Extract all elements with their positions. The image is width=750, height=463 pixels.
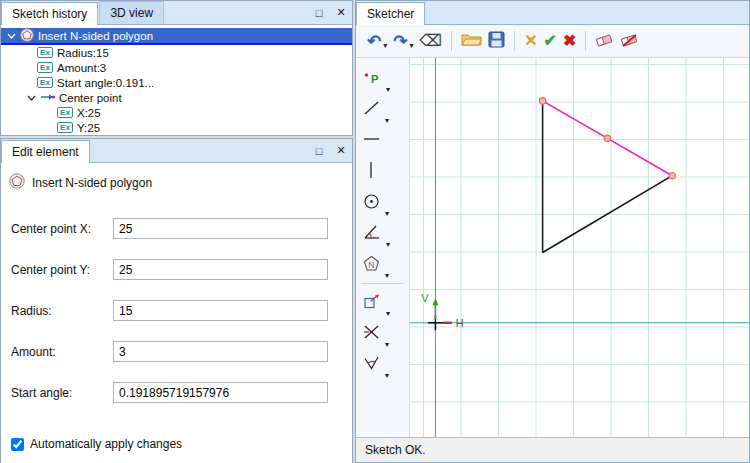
transform-tool-button[interactable]: ▾ [356, 287, 409, 318]
amount-input[interactable] [113, 341, 328, 362]
polygon-tool-button[interactable]: N ▾ [356, 249, 409, 280]
field-label: Center point Y: [11, 263, 113, 277]
cut-button[interactable]: ✕ [521, 31, 540, 51]
edit-title: Insert N-sided polygon [32, 176, 152, 190]
dropdown-icon[interactable]: ▾ [385, 209, 389, 218]
tree-item-label: Y:25 [77, 122, 100, 134]
midpoint-handle[interactable] [604, 135, 610, 141]
tree-item-x[interactable]: Ex X:25 [1, 105, 352, 120]
corner-tool-icon [363, 355, 380, 374]
status-text: Sketch OK. [365, 443, 426, 457]
trim-tool-button[interactable]: ▾ [356, 318, 409, 349]
edit-tabbar: Edit element □ ✕ [1, 139, 352, 163]
polygon-tool-icon: N [363, 255, 380, 275]
undo-icon: ↶ [367, 33, 381, 50]
tree-item-label: Start angle:0.191... [57, 77, 154, 89]
field-label: Radius: [11, 304, 113, 318]
dropdown-icon[interactable]: ▾ [386, 240, 390, 249]
sketcher-toolbar: ↶ ▾ ↷ ▾ ⌫ ✕ [356, 25, 749, 58]
history-tabbar: Sketch history 3D view □ ✕ [1, 1, 352, 25]
sketcher-panel: Sketcher ↶ ▾ ↷ ▾ ⌫ [355, 0, 750, 463]
toolbar-separator [451, 31, 452, 51]
tab-sketcher[interactable]: Sketcher [356, 2, 425, 25]
toolbar-separator [514, 31, 515, 51]
dropdown-icon[interactable]: ▾ [383, 41, 387, 50]
field-label: Amount: [11, 345, 113, 359]
horizontal-line-tool-button[interactable] [356, 125, 409, 156]
svg-text:P: P [371, 73, 378, 85]
field-row-center-x: Center point X: [11, 218, 342, 239]
erase-redline-button[interactable] [617, 30, 642, 52]
sketch-history-panel: Sketch history 3D view □ ✕ Insert N-side… [0, 0, 353, 136]
undo-button[interactable]: ↶ ▾ [364, 31, 390, 52]
point-arrow-icon [40, 92, 55, 104]
field-row-center-y: Center point Y: [11, 259, 342, 280]
sketch-canvas[interactable]: V H [410, 58, 749, 437]
tree-item-start-angle[interactable]: Ex Start angle:0.191... [1, 75, 352, 90]
tree-item-label: Amount:3 [57, 62, 106, 74]
backspace-icon: ⌫ [420, 33, 443, 49]
line-tool-button[interactable]: ▾ [356, 94, 409, 125]
corner-tool-button[interactable]: ▾ [356, 349, 409, 380]
vertical-line-tool-button[interactable] [356, 156, 409, 187]
close-button[interactable]: ✕ [330, 139, 352, 162]
edit-title-row: Insert N-sided polygon [9, 173, 344, 192]
redo-icon: ↷ [393, 33, 407, 50]
history-window-buttons: □ ✕ [308, 1, 352, 24]
auto-apply-checkbox[interactable] [11, 438, 24, 451]
maximize-button[interactable]: □ [308, 139, 330, 162]
apply-button[interactable]: ✔ [541, 31, 560, 51]
open-folder-icon [461, 32, 482, 50]
tree-item-y[interactable]: Ex Y:25 [1, 120, 352, 135]
redo-button[interactable]: ↷ ▾ [390, 31, 416, 52]
center-y-input[interactable] [113, 259, 328, 280]
start-angle-input[interactable] [113, 382, 328, 403]
sketch-history-tree: Insert N-sided polygon Ex Radius:15 Ex A… [1, 25, 352, 135]
tree-item-radius[interactable]: Ex Radius:15 [1, 45, 352, 60]
chevron-down-icon[interactable] [7, 33, 16, 39]
dropdown-icon[interactable]: ▾ [385, 116, 389, 125]
tree-item-amount[interactable]: Ex Amount:3 [1, 60, 352, 75]
radius-input[interactable] [113, 300, 328, 321]
field-row-amount: Amount: [11, 341, 342, 362]
dropdown-icon[interactable]: ▾ [385, 340, 389, 349]
tree-item-polygon[interactable]: Insert N-sided polygon [1, 28, 352, 45]
field-label: Start angle: [11, 386, 113, 400]
polygon-edge[interactable] [543, 176, 673, 253]
polygon-icon [9, 173, 25, 192]
sketch-geometry: V H [410, 58, 749, 437]
dropdown-icon[interactable]: ▾ [386, 85, 390, 94]
tab-sketch-history[interactable]: Sketch history [1, 2, 98, 25]
chevron-down-icon[interactable] [27, 95, 36, 101]
cancel-icon: ✖ [563, 33, 576, 49]
vertex-handle[interactable] [669, 172, 675, 178]
arc-tool-button[interactable]: ▾ [356, 218, 409, 249]
point-tool-button[interactable]: P ▾ [356, 63, 409, 94]
erase-button[interactable] [592, 30, 617, 52]
vertical-line-icon [363, 161, 380, 182]
open-sketch-button[interactable] [458, 30, 485, 52]
dropdown-icon[interactable]: ▾ [385, 371, 389, 380]
dropdown-icon[interactable]: ▾ [410, 41, 414, 50]
tab-3d-view[interactable]: 3D view [99, 1, 164, 24]
save-sketch-button[interactable] [485, 29, 508, 53]
v-axis-label: V [421, 292, 429, 304]
auto-apply-row: Automatically apply changes [11, 437, 342, 451]
line-tool-icon [363, 100, 380, 119]
h-axis-label: H [456, 317, 464, 329]
polygon-icon [20, 28, 34, 44]
dropdown-icon[interactable]: ▾ [386, 309, 390, 318]
dropdown-icon[interactable]: ▾ [385, 271, 389, 280]
maximize-button[interactable]: □ [308, 1, 330, 24]
tree-item-label: X:25 [77, 107, 101, 119]
circle-tool-button[interactable]: ▾ [356, 187, 409, 218]
delete-last-button[interactable]: ⌫ [417, 31, 446, 51]
tab-edit-element[interactable]: Edit element [1, 140, 90, 163]
center-x-input[interactable] [113, 218, 328, 239]
vertex-handle[interactable] [539, 98, 545, 104]
expression-icon: Ex [57, 107, 73, 118]
tree-item-center-point[interactable]: Center point [1, 90, 352, 105]
tool-palette: P ▾ ▾ [356, 58, 410, 437]
cancel-button[interactable]: ✖ [560, 31, 579, 51]
close-button[interactable]: ✕ [330, 1, 352, 24]
